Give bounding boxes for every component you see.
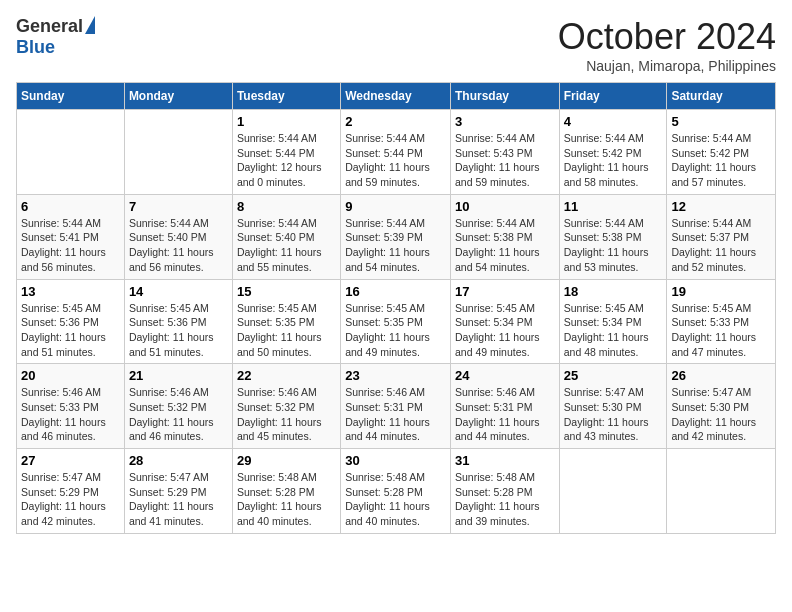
calendar-cell: 13Sunrise: 5:45 AM Sunset: 5:36 PM Dayli… [17, 279, 125, 364]
day-number: 23 [345, 368, 446, 383]
day-info: Sunrise: 5:45 AM Sunset: 5:36 PM Dayligh… [21, 301, 120, 360]
day-number: 15 [237, 284, 336, 299]
day-number: 14 [129, 284, 228, 299]
week-row-5: 27Sunrise: 5:47 AM Sunset: 5:29 PM Dayli… [17, 449, 776, 534]
day-number: 21 [129, 368, 228, 383]
header-row: SundayMondayTuesdayWednesdayThursdayFrid… [17, 83, 776, 110]
calendar-cell: 24Sunrise: 5:46 AM Sunset: 5:31 PM Dayli… [450, 364, 559, 449]
day-number: 10 [455, 199, 555, 214]
day-info: Sunrise: 5:44 AM Sunset: 5:40 PM Dayligh… [129, 216, 228, 275]
day-number: 2 [345, 114, 446, 129]
page-header: General Blue October 2024 Naujan, Mimaro… [16, 16, 776, 74]
day-info: Sunrise: 5:44 AM Sunset: 5:44 PM Dayligh… [237, 131, 336, 190]
calendar-cell: 22Sunrise: 5:46 AM Sunset: 5:32 PM Dayli… [232, 364, 340, 449]
logo: General Blue [16, 16, 95, 58]
calendar-cell: 10Sunrise: 5:44 AM Sunset: 5:38 PM Dayli… [450, 194, 559, 279]
column-header-thursday: Thursday [450, 83, 559, 110]
calendar-cell: 20Sunrise: 5:46 AM Sunset: 5:33 PM Dayli… [17, 364, 125, 449]
day-info: Sunrise: 5:46 AM Sunset: 5:31 PM Dayligh… [345, 385, 446, 444]
day-number: 5 [671, 114, 771, 129]
day-info: Sunrise: 5:48 AM Sunset: 5:28 PM Dayligh… [237, 470, 336, 529]
calendar-cell: 19Sunrise: 5:45 AM Sunset: 5:33 PM Dayli… [667, 279, 776, 364]
calendar-cell: 27Sunrise: 5:47 AM Sunset: 5:29 PM Dayli… [17, 449, 125, 534]
day-info: Sunrise: 5:48 AM Sunset: 5:28 PM Dayligh… [455, 470, 555, 529]
day-info: Sunrise: 5:47 AM Sunset: 5:29 PM Dayligh… [21, 470, 120, 529]
calendar-cell: 3Sunrise: 5:44 AM Sunset: 5:43 PM Daylig… [450, 110, 559, 195]
day-info: Sunrise: 5:44 AM Sunset: 5:42 PM Dayligh… [564, 131, 663, 190]
day-number: 20 [21, 368, 120, 383]
calendar-cell: 15Sunrise: 5:45 AM Sunset: 5:35 PM Dayli… [232, 279, 340, 364]
day-number: 4 [564, 114, 663, 129]
week-row-4: 20Sunrise: 5:46 AM Sunset: 5:33 PM Dayli… [17, 364, 776, 449]
calendar-cell [667, 449, 776, 534]
day-info: Sunrise: 5:44 AM Sunset: 5:41 PM Dayligh… [21, 216, 120, 275]
day-number: 6 [21, 199, 120, 214]
day-info: Sunrise: 5:47 AM Sunset: 5:30 PM Dayligh… [671, 385, 771, 444]
calendar-cell: 31Sunrise: 5:48 AM Sunset: 5:28 PM Dayli… [450, 449, 559, 534]
day-number: 25 [564, 368, 663, 383]
calendar-cell: 30Sunrise: 5:48 AM Sunset: 5:28 PM Dayli… [341, 449, 451, 534]
calendar-table: SundayMondayTuesdayWednesdayThursdayFrid… [16, 82, 776, 534]
day-info: Sunrise: 5:44 AM Sunset: 5:39 PM Dayligh… [345, 216, 446, 275]
column-header-monday: Monday [124, 83, 232, 110]
day-number: 1 [237, 114, 336, 129]
calendar-cell: 2Sunrise: 5:44 AM Sunset: 5:44 PM Daylig… [341, 110, 451, 195]
location-subtitle: Naujan, Mimaropa, Philippines [558, 58, 776, 74]
logo-blue-text: Blue [16, 37, 55, 58]
calendar-cell: 29Sunrise: 5:48 AM Sunset: 5:28 PM Dayli… [232, 449, 340, 534]
calendar-cell: 23Sunrise: 5:46 AM Sunset: 5:31 PM Dayli… [341, 364, 451, 449]
day-number: 3 [455, 114, 555, 129]
day-number: 8 [237, 199, 336, 214]
day-number: 7 [129, 199, 228, 214]
calendar-cell: 26Sunrise: 5:47 AM Sunset: 5:30 PM Dayli… [667, 364, 776, 449]
day-number: 29 [237, 453, 336, 468]
day-info: Sunrise: 5:48 AM Sunset: 5:28 PM Dayligh… [345, 470, 446, 529]
day-info: Sunrise: 5:44 AM Sunset: 5:40 PM Dayligh… [237, 216, 336, 275]
day-number: 27 [21, 453, 120, 468]
calendar-cell: 21Sunrise: 5:46 AM Sunset: 5:32 PM Dayli… [124, 364, 232, 449]
calendar-cell: 14Sunrise: 5:45 AM Sunset: 5:36 PM Dayli… [124, 279, 232, 364]
calendar-cell: 1Sunrise: 5:44 AM Sunset: 5:44 PM Daylig… [232, 110, 340, 195]
calendar-cell: 17Sunrise: 5:45 AM Sunset: 5:34 PM Dayli… [450, 279, 559, 364]
day-info: Sunrise: 5:45 AM Sunset: 5:36 PM Dayligh… [129, 301, 228, 360]
day-number: 26 [671, 368, 771, 383]
column-header-tuesday: Tuesday [232, 83, 340, 110]
day-number: 30 [345, 453, 446, 468]
day-info: Sunrise: 5:46 AM Sunset: 5:33 PM Dayligh… [21, 385, 120, 444]
logo-triangle-icon [85, 16, 95, 34]
day-number: 11 [564, 199, 663, 214]
logo-general-text: General [16, 16, 83, 37]
week-row-3: 13Sunrise: 5:45 AM Sunset: 5:36 PM Dayli… [17, 279, 776, 364]
day-number: 17 [455, 284, 555, 299]
column-header-saturday: Saturday [667, 83, 776, 110]
day-info: Sunrise: 5:45 AM Sunset: 5:35 PM Dayligh… [345, 301, 446, 360]
day-info: Sunrise: 5:46 AM Sunset: 5:32 PM Dayligh… [237, 385, 336, 444]
day-info: Sunrise: 5:44 AM Sunset: 5:38 PM Dayligh… [564, 216, 663, 275]
calendar-cell: 16Sunrise: 5:45 AM Sunset: 5:35 PM Dayli… [341, 279, 451, 364]
day-number: 31 [455, 453, 555, 468]
day-info: Sunrise: 5:45 AM Sunset: 5:34 PM Dayligh… [455, 301, 555, 360]
calendar-cell: 28Sunrise: 5:47 AM Sunset: 5:29 PM Dayli… [124, 449, 232, 534]
day-number: 16 [345, 284, 446, 299]
day-number: 13 [21, 284, 120, 299]
column-header-sunday: Sunday [17, 83, 125, 110]
column-header-wednesday: Wednesday [341, 83, 451, 110]
calendar-cell: 9Sunrise: 5:44 AM Sunset: 5:39 PM Daylig… [341, 194, 451, 279]
day-info: Sunrise: 5:44 AM Sunset: 5:44 PM Dayligh… [345, 131, 446, 190]
day-info: Sunrise: 5:44 AM Sunset: 5:42 PM Dayligh… [671, 131, 771, 190]
calendar-cell: 12Sunrise: 5:44 AM Sunset: 5:37 PM Dayli… [667, 194, 776, 279]
day-info: Sunrise: 5:47 AM Sunset: 5:30 PM Dayligh… [564, 385, 663, 444]
week-row-2: 6Sunrise: 5:44 AM Sunset: 5:41 PM Daylig… [17, 194, 776, 279]
column-header-friday: Friday [559, 83, 667, 110]
day-info: Sunrise: 5:46 AM Sunset: 5:32 PM Dayligh… [129, 385, 228, 444]
day-number: 18 [564, 284, 663, 299]
month-title: October 2024 [558, 16, 776, 58]
day-number: 19 [671, 284, 771, 299]
title-block: October 2024 Naujan, Mimaropa, Philippin… [558, 16, 776, 74]
calendar-cell [124, 110, 232, 195]
calendar-cell: 11Sunrise: 5:44 AM Sunset: 5:38 PM Dayli… [559, 194, 667, 279]
day-info: Sunrise: 5:47 AM Sunset: 5:29 PM Dayligh… [129, 470, 228, 529]
day-number: 22 [237, 368, 336, 383]
day-info: Sunrise: 5:46 AM Sunset: 5:31 PM Dayligh… [455, 385, 555, 444]
day-number: 24 [455, 368, 555, 383]
